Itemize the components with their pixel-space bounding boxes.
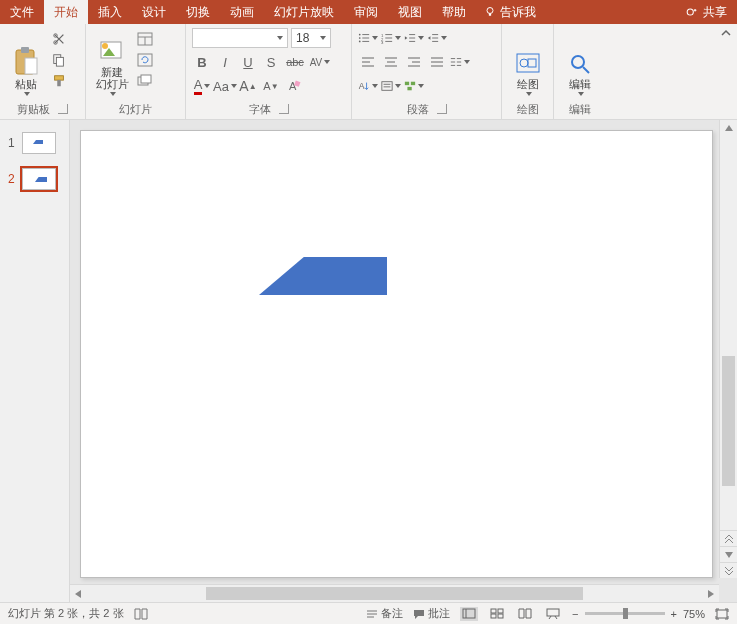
notes-button[interactable]: 备注: [366, 606, 403, 621]
collapse-ribbon-button[interactable]: [715, 24, 737, 119]
sorter-view-button[interactable]: [488, 607, 506, 621]
align-right-button[interactable]: [404, 52, 424, 72]
dialog-launcher-icon[interactable]: [58, 104, 68, 114]
chevron-down-icon: [395, 36, 401, 40]
comments-button[interactable]: 批注: [413, 606, 450, 621]
font-name-combo[interactable]: [192, 28, 288, 48]
scroll-left-button[interactable]: [70, 590, 86, 598]
tab-design[interactable]: 设计: [132, 0, 176, 24]
indent-icon: [427, 32, 439, 44]
brush-icon: [52, 74, 66, 88]
shadow-button[interactable]: S: [261, 52, 281, 72]
scroll-down-button[interactable]: [720, 546, 737, 562]
italic-button[interactable]: I: [215, 52, 235, 72]
grow-font-button[interactable]: A▲: [238, 76, 258, 96]
spellcheck-button[interactable]: [134, 608, 148, 620]
group-clipboard: 粘贴 剪贴板: [0, 24, 86, 119]
change-case-button[interactable]: Aa: [215, 76, 235, 96]
group-font: 18 B I U S abc AV A Aa A▲ A▼ A 字体: [186, 24, 352, 119]
share-button[interactable]: 共享: [675, 0, 737, 24]
zoom-level[interactable]: 75%: [683, 608, 705, 620]
slide-thumb-1[interactable]: 1: [0, 130, 69, 166]
bullets-button[interactable]: [358, 28, 378, 48]
indent-inc-button[interactable]: [427, 28, 447, 48]
tab-home[interactable]: 开始: [44, 0, 88, 24]
tell-me[interactable]: 告诉我: [476, 0, 544, 24]
new-slide-button[interactable]: 新建 幻灯片: [92, 28, 132, 96]
tab-transition[interactable]: 切换: [176, 0, 220, 24]
scroll-up-button[interactable]: [720, 120, 737, 136]
cut-button[interactable]: [50, 30, 68, 48]
numbering-button[interactable]: 123: [381, 28, 401, 48]
tab-view[interactable]: 视图: [388, 0, 432, 24]
shapes-icon: [515, 50, 541, 76]
zoom-slider[interactable]: [585, 612, 665, 615]
lightbulb-icon: [484, 6, 496, 18]
tab-help[interactable]: 帮助: [432, 0, 476, 24]
align-center-button[interactable]: [381, 52, 401, 72]
justify-button[interactable]: [427, 52, 447, 72]
tab-insert[interactable]: 插入: [88, 0, 132, 24]
section-button[interactable]: [136, 72, 154, 90]
tab-review[interactable]: 审阅: [344, 0, 388, 24]
format-painter-button[interactable]: [50, 72, 68, 90]
font-size-combo[interactable]: 18: [291, 28, 331, 48]
share-icon: [685, 5, 699, 19]
svg-point-2: [687, 9, 693, 15]
bold-button[interactable]: B: [192, 52, 212, 72]
zoom-out-button[interactable]: −: [572, 608, 578, 620]
svg-rect-73: [463, 609, 475, 618]
chevron-down-icon: [725, 552, 733, 558]
strike-button[interactable]: abc: [284, 52, 306, 72]
editing-button[interactable]: 编辑: [560, 28, 600, 96]
zoom-in-button[interactable]: +: [671, 608, 677, 620]
paste-button[interactable]: 粘贴: [6, 28, 46, 96]
align-left-button[interactable]: [358, 52, 378, 72]
svg-point-66: [520, 59, 528, 67]
scissors-icon: [52, 32, 66, 46]
fit-window-button[interactable]: [715, 608, 729, 620]
prev-slide-button[interactable]: [720, 530, 737, 546]
trapezoid-shape[interactable]: [259, 257, 387, 295]
reading-view-button[interactable]: [516, 607, 534, 621]
scroll-thumb[interactable]: [722, 356, 735, 486]
copy-button[interactable]: [50, 51, 68, 69]
scroll-track[interactable]: [720, 136, 737, 530]
normal-view-button[interactable]: [460, 607, 478, 621]
columns-button[interactable]: [450, 52, 470, 72]
slider-thumb[interactable]: [623, 608, 628, 619]
columns-icon: [450, 56, 462, 68]
slide-thumb-2[interactable]: 2: [0, 166, 69, 202]
slideshow-view-button[interactable]: [544, 607, 562, 621]
scroll-right-button[interactable]: [703, 590, 719, 598]
next-slide-button[interactable]: [720, 562, 737, 578]
editing-label: 编辑: [569, 78, 591, 90]
scroll-thumb[interactable]: [206, 587, 583, 600]
font-color-button[interactable]: A: [192, 76, 212, 96]
reset-button[interactable]: [136, 51, 154, 69]
vertical-scrollbar[interactable]: [719, 120, 737, 578]
underline-button[interactable]: U: [238, 52, 258, 72]
slide-canvas[interactable]: [80, 130, 713, 578]
svg-point-13: [102, 43, 108, 49]
tab-slideshow[interactable]: 幻灯片放映: [264, 0, 344, 24]
indent-dec-button[interactable]: [404, 28, 424, 48]
dialog-launcher-icon[interactable]: [437, 104, 447, 114]
tab-file[interactable]: 文件: [0, 0, 44, 24]
scroll-track[interactable]: [86, 585, 703, 602]
tab-animation[interactable]: 动画: [220, 0, 264, 24]
clear-format-button[interactable]: A: [284, 76, 304, 96]
smartart-button[interactable]: [404, 76, 424, 96]
layout-button[interactable]: [136, 30, 154, 48]
horizontal-scrollbar[interactable]: [70, 584, 719, 602]
clipboard-icon: [13, 46, 39, 76]
drawing-button[interactable]: 绘图: [508, 28, 547, 96]
align-text-button[interactable]: [381, 76, 401, 96]
book-icon: [134, 608, 148, 620]
shrink-font-button[interactable]: A▼: [261, 76, 281, 96]
dialog-launcher-icon[interactable]: [279, 104, 289, 114]
text-direction-button[interactable]: A: [358, 76, 378, 96]
char-spacing-button[interactable]: AV: [309, 52, 331, 72]
chevron-down-icon: [441, 36, 447, 40]
slide-thumbnail-panel: 1 2: [0, 120, 70, 602]
